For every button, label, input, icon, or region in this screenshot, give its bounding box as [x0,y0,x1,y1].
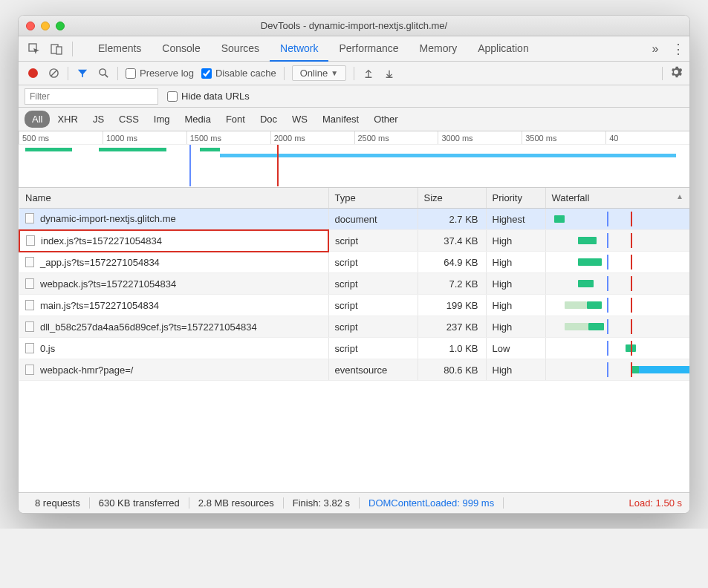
cell-name: _app.js?ts=1572271054834 [19,252,328,273]
filter-chip-font[interactable]: Font [218,111,253,128]
search-icon[interactable] [97,67,110,80]
status-transferred: 630 KB transferred [90,497,189,509]
status-requests: 8 requests [26,497,90,509]
status-finish: Finish: 3.82 s [284,497,360,509]
filter-chip-ws[interactable]: WS [285,111,315,128]
table-row[interactable]: 0.jsscript1.0 KBLow [19,338,689,359]
status-bar: 8 requests 630 KB transferred 2.8 MB res… [19,492,689,513]
overflow-tabs-icon[interactable]: » [645,42,666,56]
cell-waterfall [545,359,689,381]
throttling-select[interactable]: Online ▼ [292,65,346,81]
col-size[interactable]: Size [418,188,486,209]
dcl-marker [189,145,191,186]
col-priority[interactable]: Priority [486,188,545,209]
filter-icon[interactable] [76,67,89,80]
file-icon [26,235,35,246]
filter-chip-css[interactable]: CSS [111,111,146,128]
filter-chip-js[interactable]: JS [85,111,111,128]
cell-size: 2.7 KB [418,209,486,230]
file-icon [25,365,34,375]
table-row[interactable]: main.js?ts=1572271054834script199 KBHigh [19,295,689,316]
filter-chip-xhr[interactable]: XHR [50,111,85,128]
filter-chip-all[interactable]: All [25,111,50,128]
filter-chip-manifest[interactable]: Manifest [315,111,366,128]
file-icon [25,343,34,353]
ruler-tick: 1500 ms [186,131,270,144]
ruler-tick: 2000 ms [270,131,354,144]
upload-har-icon[interactable] [362,67,375,80]
cell-name: webpack.js?ts=1572271054834 [19,273,328,295]
preserve-log-label: Preserve log [140,68,194,79]
cell-priority: High [486,230,545,252]
tab-memory[interactable]: Memory [409,36,468,62]
table-row[interactable]: dll_b58c257da4aa56d89cef.js?ts=157227105… [19,316,689,338]
ruler-tick: 2500 ms [354,131,438,144]
inspect-element-icon[interactable] [25,39,44,59]
table-row[interactable]: dynamic-import-nextjs.glitch.medocument2… [19,209,689,230]
device-toolbar-icon[interactable] [47,39,66,59]
devtools-window: DevTools - dynamic-import-nextjs.glitch.… [18,15,690,514]
filter-row: Hide data URLs [19,85,689,108]
time-ruler: 500 ms1000 ms1500 ms2000 ms2500 ms3000 m… [19,131,689,145]
table-row[interactable]: index.js?ts=1572271054834script37.4 KBHi… [19,230,689,252]
cell-type: script [328,273,418,295]
disable-cache-label: Disable cache [215,68,276,79]
ruler-tick: 1000 ms [103,131,186,144]
disable-cache-checkbox[interactable]: Disable cache [201,68,276,79]
cell-size: 80.6 KB [418,359,486,381]
filter-input[interactable] [25,88,158,105]
cell-type: script [328,295,418,316]
timeline-overview[interactable]: 500 ms1000 ms1500 ms2000 ms2500 ms3000 m… [19,131,689,188]
load-marker [277,145,279,186]
throttling-value: Online [300,68,328,79]
kebab-menu-icon[interactable]: ⋮ [672,41,683,57]
file-icon [25,278,34,289]
cell-priority: Highest [486,209,545,230]
tab-console[interactable]: Console [152,36,210,62]
tab-application[interactable]: Application [467,36,539,62]
cell-name: dll_b58c257da4aa56d89cef.js?ts=157227105… [19,316,328,338]
filter-chip-media[interactable]: Media [177,111,218,128]
cell-name: webpack-hmr?page=/ [19,359,328,381]
cell-waterfall [545,230,689,252]
sort-asc-icon: ▲ [676,192,683,200]
cell-size: 7.2 KB [418,273,486,295]
cell-priority: High [486,316,545,338]
hide-data-urls-label: Hide data URLs [181,91,250,102]
cell-priority: High [486,295,545,316]
download-har-icon[interactable] [383,67,396,80]
cell-name: index.js?ts=1572271054834 [19,230,328,252]
clear-icon[interactable] [47,67,60,80]
col-waterfall[interactable]: Waterfall▲ [545,188,689,209]
tab-network[interactable]: Network [270,36,328,62]
tab-elements[interactable]: Elements [88,36,152,62]
file-icon [25,257,34,267]
table-row[interactable]: webpack.js?ts=1572271054834script7.2 KBH… [19,273,689,295]
table-row[interactable]: _app.js?ts=1572271054834script64.9 KBHig… [19,252,689,273]
col-type[interactable]: Type [328,188,418,209]
tab-sources[interactable]: Sources [211,36,270,62]
file-icon [25,300,34,310]
cell-size: 64.9 KB [418,252,486,273]
cell-waterfall [545,295,689,316]
cell-name: dynamic-import-nextjs.glitch.me [19,209,328,230]
titlebar: DevTools - dynamic-import-nextjs.glitch.… [19,16,689,36]
preserve-log-checkbox[interactable]: Preserve log [126,68,194,79]
cell-waterfall [545,252,689,273]
network-toolbar: Preserve log Disable cache Online ▼ [19,62,689,85]
cell-priority: High [486,252,545,273]
cell-size: 1.0 KB [418,338,486,359]
cell-type: script [328,338,418,359]
hide-data-urls-checkbox[interactable]: Hide data URLs [167,91,250,102]
tab-performance[interactable]: Performance [328,36,409,62]
file-icon [25,213,34,223]
request-table[interactable]: Name Type Size Priority Waterfall▲ dynam… [19,188,689,492]
filter-chip-img[interactable]: Img [146,111,178,128]
col-name[interactable]: Name [19,188,328,209]
filter-chip-doc[interactable]: Doc [253,111,285,128]
filter-chip-other[interactable]: Other [366,111,406,128]
gear-icon[interactable] [670,66,682,81]
record-icon[interactable] [26,67,39,80]
ruler-tick: 40 [605,131,689,144]
table-row[interactable]: webpack-hmr?page=/eventsource80.6 KBHigh [19,359,689,381]
